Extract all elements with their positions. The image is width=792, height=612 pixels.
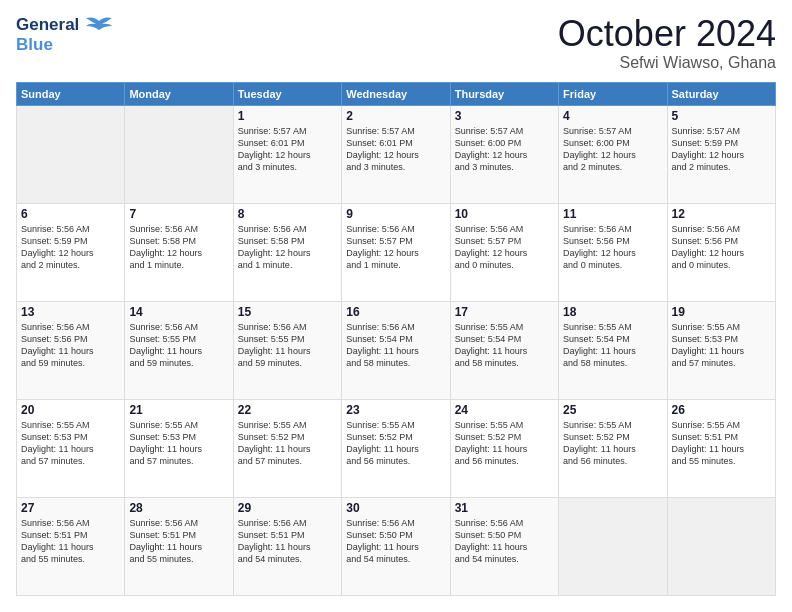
day-info: Sunrise: 5:56 AM Sunset: 5:59 PM Dayligh…	[21, 223, 120, 272]
table-row: 6Sunrise: 5:56 AM Sunset: 5:59 PM Daylig…	[17, 204, 125, 302]
day-number: 6	[21, 207, 120, 221]
logo: General Blue	[16, 16, 114, 55]
header-tuesday: Tuesday	[233, 83, 341, 106]
header-wednesday: Wednesday	[342, 83, 450, 106]
day-number: 29	[238, 501, 337, 515]
table-row: 28Sunrise: 5:56 AM Sunset: 5:51 PM Dayli…	[125, 498, 233, 596]
day-info: Sunrise: 5:56 AM Sunset: 5:50 PM Dayligh…	[346, 517, 445, 566]
table-row: 18Sunrise: 5:55 AM Sunset: 5:54 PM Dayli…	[559, 302, 667, 400]
table-row: 8Sunrise: 5:56 AM Sunset: 5:58 PM Daylig…	[233, 204, 341, 302]
day-number: 20	[21, 403, 120, 417]
day-number: 12	[672, 207, 771, 221]
day-number: 24	[455, 403, 554, 417]
header: General Blue October 2024 Sefwi Wiawso, …	[16, 16, 776, 72]
day-number: 1	[238, 109, 337, 123]
month-title: October 2024	[558, 16, 776, 52]
day-number: 16	[346, 305, 445, 319]
day-number: 15	[238, 305, 337, 319]
day-info: Sunrise: 5:56 AM Sunset: 5:55 PM Dayligh…	[238, 321, 337, 370]
day-number: 2	[346, 109, 445, 123]
header-saturday: Saturday	[667, 83, 775, 106]
day-number: 26	[672, 403, 771, 417]
day-number: 11	[563, 207, 662, 221]
day-number: 25	[563, 403, 662, 417]
table-row: 22Sunrise: 5:55 AM Sunset: 5:52 PM Dayli…	[233, 400, 341, 498]
day-number: 27	[21, 501, 120, 515]
table-row	[17, 106, 125, 204]
table-row: 14Sunrise: 5:56 AM Sunset: 5:55 PM Dayli…	[125, 302, 233, 400]
day-number: 10	[455, 207, 554, 221]
title-block: October 2024 Sefwi Wiawso, Ghana	[558, 16, 776, 72]
table-row: 1Sunrise: 5:57 AM Sunset: 6:01 PM Daylig…	[233, 106, 341, 204]
calendar-table: Sunday Monday Tuesday Wednesday Thursday…	[16, 82, 776, 596]
day-number: 23	[346, 403, 445, 417]
table-row: 15Sunrise: 5:56 AM Sunset: 5:55 PM Dayli…	[233, 302, 341, 400]
day-info: Sunrise: 5:56 AM Sunset: 5:55 PM Dayligh…	[129, 321, 228, 370]
day-info: Sunrise: 5:56 AM Sunset: 5:50 PM Dayligh…	[455, 517, 554, 566]
day-info: Sunrise: 5:56 AM Sunset: 5:51 PM Dayligh…	[238, 517, 337, 566]
day-number: 30	[346, 501, 445, 515]
day-number: 28	[129, 501, 228, 515]
day-number: 14	[129, 305, 228, 319]
day-info: Sunrise: 5:56 AM Sunset: 5:51 PM Dayligh…	[21, 517, 120, 566]
table-row: 23Sunrise: 5:55 AM Sunset: 5:52 PM Dayli…	[342, 400, 450, 498]
table-row: 2Sunrise: 5:57 AM Sunset: 6:01 PM Daylig…	[342, 106, 450, 204]
day-info: Sunrise: 5:55 AM Sunset: 5:52 PM Dayligh…	[563, 419, 662, 468]
header-friday: Friday	[559, 83, 667, 106]
table-row: 16Sunrise: 5:56 AM Sunset: 5:54 PM Dayli…	[342, 302, 450, 400]
day-number: 17	[455, 305, 554, 319]
table-row	[667, 498, 775, 596]
table-row: 4Sunrise: 5:57 AM Sunset: 6:00 PM Daylig…	[559, 106, 667, 204]
day-number: 19	[672, 305, 771, 319]
day-info: Sunrise: 5:56 AM Sunset: 5:54 PM Dayligh…	[346, 321, 445, 370]
calendar-week-row: 1Sunrise: 5:57 AM Sunset: 6:01 PM Daylig…	[17, 106, 776, 204]
table-row: 21Sunrise: 5:55 AM Sunset: 5:53 PM Dayli…	[125, 400, 233, 498]
logo-line2: Blue	[16, 36, 114, 55]
day-info: Sunrise: 5:57 AM Sunset: 6:00 PM Dayligh…	[563, 125, 662, 174]
day-info: Sunrise: 5:57 AM Sunset: 6:01 PM Dayligh…	[238, 125, 337, 174]
table-row: 30Sunrise: 5:56 AM Sunset: 5:50 PM Dayli…	[342, 498, 450, 596]
day-number: 13	[21, 305, 120, 319]
table-row: 25Sunrise: 5:55 AM Sunset: 5:52 PM Dayli…	[559, 400, 667, 498]
day-info: Sunrise: 5:55 AM Sunset: 5:54 PM Dayligh…	[563, 321, 662, 370]
calendar-week-row: 13Sunrise: 5:56 AM Sunset: 5:56 PM Dayli…	[17, 302, 776, 400]
table-row	[559, 498, 667, 596]
day-info: Sunrise: 5:56 AM Sunset: 5:58 PM Dayligh…	[129, 223, 228, 272]
table-row: 19Sunrise: 5:55 AM Sunset: 5:53 PM Dayli…	[667, 302, 775, 400]
table-row: 3Sunrise: 5:57 AM Sunset: 6:00 PM Daylig…	[450, 106, 558, 204]
table-row: 24Sunrise: 5:55 AM Sunset: 5:52 PM Dayli…	[450, 400, 558, 498]
day-info: Sunrise: 5:55 AM Sunset: 5:53 PM Dayligh…	[21, 419, 120, 468]
day-info: Sunrise: 5:55 AM Sunset: 5:54 PM Dayligh…	[455, 321, 554, 370]
calendar-week-row: 27Sunrise: 5:56 AM Sunset: 5:51 PM Dayli…	[17, 498, 776, 596]
day-info: Sunrise: 5:55 AM Sunset: 5:52 PM Dayligh…	[238, 419, 337, 468]
calendar-week-row: 20Sunrise: 5:55 AM Sunset: 5:53 PM Dayli…	[17, 400, 776, 498]
day-info: Sunrise: 5:56 AM Sunset: 5:57 PM Dayligh…	[346, 223, 445, 272]
day-number: 4	[563, 109, 662, 123]
day-number: 7	[129, 207, 228, 221]
table-row	[125, 106, 233, 204]
day-info: Sunrise: 5:56 AM Sunset: 5:51 PM Dayligh…	[129, 517, 228, 566]
day-info: Sunrise: 5:56 AM Sunset: 5:56 PM Dayligh…	[563, 223, 662, 272]
day-info: Sunrise: 5:55 AM Sunset: 5:51 PM Dayligh…	[672, 419, 771, 468]
logo-line1: General	[16, 16, 114, 36]
day-info: Sunrise: 5:55 AM Sunset: 5:52 PM Dayligh…	[346, 419, 445, 468]
day-info: Sunrise: 5:57 AM Sunset: 5:59 PM Dayligh…	[672, 125, 771, 174]
day-info: Sunrise: 5:55 AM Sunset: 5:53 PM Dayligh…	[129, 419, 228, 468]
day-number: 8	[238, 207, 337, 221]
day-info: Sunrise: 5:55 AM Sunset: 5:53 PM Dayligh…	[672, 321, 771, 370]
table-row: 7Sunrise: 5:56 AM Sunset: 5:58 PM Daylig…	[125, 204, 233, 302]
day-info: Sunrise: 5:56 AM Sunset: 5:56 PM Dayligh…	[21, 321, 120, 370]
table-row: 29Sunrise: 5:56 AM Sunset: 5:51 PM Dayli…	[233, 498, 341, 596]
day-info: Sunrise: 5:56 AM Sunset: 5:56 PM Dayligh…	[672, 223, 771, 272]
day-info: Sunrise: 5:56 AM Sunset: 5:58 PM Dayligh…	[238, 223, 337, 272]
table-row: 11Sunrise: 5:56 AM Sunset: 5:56 PM Dayli…	[559, 204, 667, 302]
day-number: 31	[455, 501, 554, 515]
table-row: 17Sunrise: 5:55 AM Sunset: 5:54 PM Dayli…	[450, 302, 558, 400]
day-info: Sunrise: 5:57 AM Sunset: 6:01 PM Dayligh…	[346, 125, 445, 174]
table-row: 12Sunrise: 5:56 AM Sunset: 5:56 PM Dayli…	[667, 204, 775, 302]
table-row: 13Sunrise: 5:56 AM Sunset: 5:56 PM Dayli…	[17, 302, 125, 400]
day-number: 3	[455, 109, 554, 123]
header-thursday: Thursday	[450, 83, 558, 106]
header-sunday: Sunday	[17, 83, 125, 106]
calendar-week-row: 6Sunrise: 5:56 AM Sunset: 5:59 PM Daylig…	[17, 204, 776, 302]
